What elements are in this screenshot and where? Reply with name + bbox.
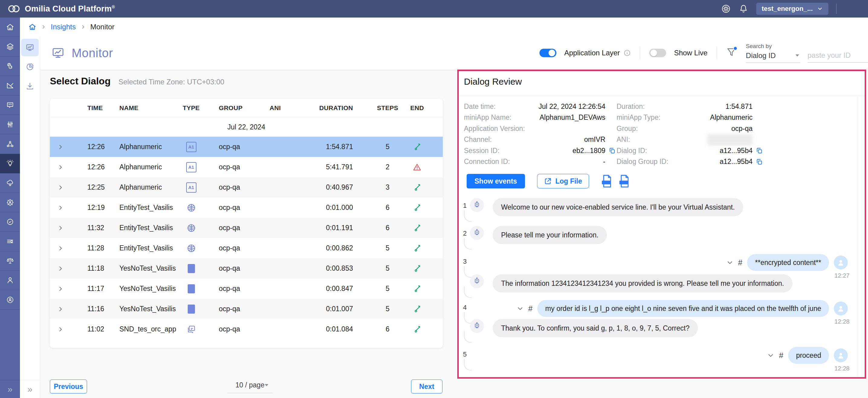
sidebar-item-pipelines[interactable] [0, 232, 20, 251]
filter-active-badge [733, 46, 738, 51]
hash-icon[interactable]: # [528, 304, 532, 313]
scales-icon [6, 257, 14, 265]
expand-chevron-icon[interactable] [50, 184, 71, 191]
sidebar-item-deployments[interactable] [0, 173, 20, 193]
next-page-button[interactable]: Next [411, 379, 442, 394]
transcript-step: 2 Please tell me your information. [459, 226, 865, 251]
hash-icon[interactable]: # [779, 351, 783, 360]
log-file-button[interactable]: Log File [537, 174, 589, 189]
row-duration: 0:01.007 [313, 305, 375, 313]
field-value: Jul 22, 2024 12:26:54 [530, 103, 606, 111]
sidebar-item-integrations[interactable] [0, 134, 20, 154]
subsidebar-item-monitor[interactable] [21, 39, 39, 56]
field-label: Duration: [616, 103, 685, 111]
previous-page-button[interactable]: Previous [50, 379, 87, 394]
show-events-button[interactable]: Show events [467, 174, 525, 189]
application-layer-toggle[interactable] [539, 49, 556, 57]
cloud-logo-icon [8, 4, 20, 13]
page-title-text: Monitor [72, 46, 113, 60]
row-name: EntityTest_Vasilis [104, 244, 172, 252]
sidebar-item-voice[interactable] [0, 95, 20, 115]
sidebar-item-home[interactable] [0, 18, 20, 37]
table-row[interactable]: 12:26 Alphanumeric A1 ocp-qa 1:54.871 5 [50, 137, 443, 157]
expand-message-chevron-icon[interactable] [767, 352, 774, 359]
hash-icon[interactable]: # [738, 258, 742, 267]
dialog-id-search-input[interactable] [808, 51, 868, 63]
table-row[interactable]: 12:25 Alphanumeric A1 ocp-qa 0:40.967 3 [50, 177, 443, 198]
step-number: 4 [463, 304, 467, 312]
copy-icon[interactable] [755, 147, 763, 154]
timezone-label: Selected Time Zone: UTC+03:00 [119, 78, 224, 86]
info-icon[interactable] [623, 49, 631, 57]
account-menu-button[interactable]: test_energon_... [756, 3, 829, 15]
breadcrumb-home-icon[interactable] [28, 23, 36, 31]
bot-message-bubble: Please tell me your information. [493, 226, 607, 244]
sidebar-item-config[interactable] [0, 115, 20, 134]
show-live-toggle[interactable] [649, 49, 666, 57]
sidebar-item-orchestrator[interactable] [0, 57, 20, 76]
subsidebar-item-reports[interactable] [21, 58, 39, 76]
row-duration: 0:01.191 [313, 224, 375, 232]
copy-icon[interactable] [609, 147, 616, 154]
field-label: Channel: [464, 136, 530, 144]
page-header: Monitor Application Layer Show Live Sear… [40, 36, 868, 69]
expand-chevron-icon[interactable] [50, 286, 71, 292]
table-row[interactable]: 12:26 Alphanumeric A1 ocp-qa 5:41.791 2 [50, 157, 443, 177]
breadcrumb-insights-link[interactable]: Insights [51, 23, 76, 31]
table-row[interactable]: 11:32 EntityTest_Vasilis ocp-qa 0:01.191… [50, 218, 443, 238]
table-row[interactable]: 12:19 EntityTest_Vasilis ocp-qa 0:01.000… [50, 198, 443, 218]
sidebar-item-nlu[interactable] [0, 76, 20, 95]
export-rtf-icon[interactable]: RTF [618, 174, 631, 188]
page-size-select[interactable]: 10 / page [227, 381, 273, 393]
step-number: 1 [463, 202, 467, 209]
sidebar-item-miniapps[interactable] [0, 37, 20, 56]
filter-button[interactable] [726, 47, 737, 59]
expand-chevron-icon[interactable] [50, 164, 71, 170]
field-value: Alphanum1_DEVAws [530, 113, 606, 121]
field-value: a12...95b4 [685, 147, 752, 155]
sidebar-item-support[interactable] [0, 290, 20, 309]
sidebar-item-quality[interactable] [0, 212, 20, 232]
expand-chevron-icon[interactable] [50, 265, 71, 272]
call-ended-icon [412, 284, 422, 293]
sidebar-item-users[interactable] [0, 271, 20, 290]
settings-sun-icon[interactable] [721, 4, 731, 13]
col-steps: STEPS [375, 104, 400, 112]
collapse-sub-sidebar-icon[interactable]: » [20, 380, 40, 398]
expand-chevron-icon[interactable] [50, 144, 71, 150]
expand-chevron-icon[interactable] [50, 225, 71, 231]
robot-icon [473, 277, 481, 285]
table-row[interactable]: 11:16 YesNoTest_Vasilis ocp-qa 0:01.007 … [50, 299, 443, 319]
expand-chevron-icon[interactable] [50, 306, 71, 312]
dialog-table-card: TIME NAME TYPE GROUP ANI DURATION STEPS … [50, 98, 443, 348]
bell-icon[interactable] [739, 4, 748, 13]
robot-icon [473, 201, 481, 209]
monitor-chart-icon [25, 43, 34, 52]
voice-bubble-icon [6, 101, 14, 109]
sidebar-item-compliance[interactable] [0, 251, 20, 271]
sidebar-item-admin[interactable] [0, 193, 20, 212]
copy-icon[interactable] [755, 158, 763, 165]
table-row[interactable]: 11:02 SND_tes_orc_app ocp-qa 0:01.084 6 [50, 319, 443, 339]
expand-chevron-icon[interactable] [50, 245, 71, 251]
row-steps: 5 [375, 264, 400, 273]
collapse-sidebar-icon[interactable]: » [0, 380, 20, 398]
expand-chevron-icon[interactable] [50, 205, 71, 211]
omilia-logo: Omilia Cloud Platform® [8, 0, 115, 18]
expand-message-chevron-icon[interactable] [517, 305, 523, 312]
table-row[interactable]: 11:18 YesNoTest_Vasilis ocp-qa 0:00.853 … [50, 258, 443, 279]
divider [640, 47, 640, 59]
row-time: 12:26 [71, 163, 104, 171]
row-group: ocp-qa [204, 305, 255, 313]
table-row[interactable]: 11:28 EntityTest_Vasilis ocp-qa 0:00.862… [50, 238, 443, 258]
table-row[interactable]: 11:17 YesNoTest_Vasilis ocp-qa 0:00.847 … [50, 279, 443, 299]
search-by-select[interactable]: Search by Dialog ID [746, 43, 800, 63]
expand-chevron-icon[interactable] [50, 326, 71, 332]
subsidebar-item-export[interactable] [21, 78, 39, 95]
robot-icon [473, 322, 481, 330]
export-json-icon[interactable]: JSON [600, 174, 613, 188]
user-avatar [834, 256, 848, 269]
sidebar-item-insights[interactable] [0, 154, 20, 173]
page-size-value: 10 / page [236, 381, 265, 389]
expand-message-chevron-icon[interactable] [726, 259, 733, 266]
